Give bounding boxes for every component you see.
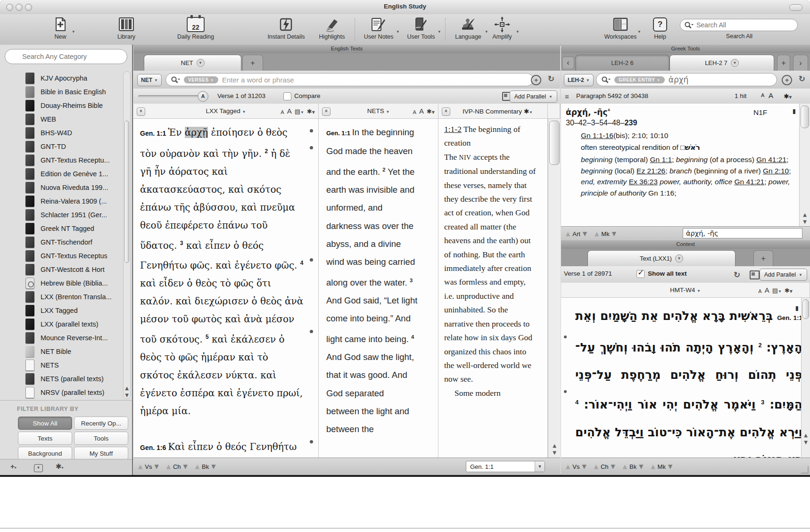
add-search-button[interactable]: + [782, 75, 792, 85]
workspaces-button[interactable]: ▾ Workspaces [598, 16, 643, 40]
nav-next-button[interactable]: ▼ [583, 230, 587, 237]
library-list-item[interactable]: Douay-Rheims Bible [0, 98, 124, 112]
library-list-item[interactable]: GNT-Textus Receptu... [0, 153, 124, 167]
lexicon-article[interactable]: ἀρχή, -ῆς+ N1F ▮ 30–42–3–54–48–239 Gn 1:… [561, 104, 810, 226]
library-list-item[interactable]: GNT-Textus Receptus [0, 249, 124, 262]
greek-entry-search-field[interactable]: GREEK ENTRY▼ ἀρχή [596, 73, 777, 86]
refresh-icon[interactable]: ↻ [799, 74, 805, 83]
nav-previous-button[interactable]: ▲ [594, 463, 598, 470]
verse-search-field[interactable]: VERSES▼ Enter a word or phrase [165, 73, 533, 86]
font-larger-button[interactable]: A [765, 286, 769, 294]
library-list-item[interactable]: Reina-Valera 1909 (... [0, 194, 124, 208]
font-larger-button[interactable]: A [769, 91, 773, 99]
scroll-down-button[interactable]: ▼ [124, 392, 130, 399]
font-smaller-button[interactable]: A [413, 109, 416, 115]
tab-scroll-right-button[interactable]: › [793, 55, 808, 71]
nav-previous-button[interactable]: ▲ [623, 463, 627, 470]
tab-dropdown-icon[interactable]: ▼ [731, 59, 739, 67]
library-list-item[interactable]: GNT-Westcott & Hort [0, 262, 124, 276]
library-list-item[interactable]: WEB [0, 112, 124, 126]
nav-next-button[interactable]: ▼ [154, 463, 158, 470]
filter-button[interactable]: Background [18, 447, 72, 460]
tab-leh2-6[interactable]: LEH-2 6 [575, 55, 669, 71]
nav-previous-button[interactable]: ▲ [166, 463, 171, 470]
search-category-input[interactable] [5, 49, 127, 64]
library-list-item[interactable]: Nuova Riveduta 199... [0, 180, 124, 194]
scroll-up-button[interactable]: ▲ [548, 442, 561, 449]
tab-text-lxx1[interactable]: Text (LXX1) ▼ [587, 250, 736, 266]
add-tab-button[interactable]: + [242, 55, 263, 71]
gear-menu-icon[interactable]: ✱▼ [307, 108, 315, 115]
show-all-text-checkbox[interactable]: ✓ [636, 270, 645, 278]
filter-button[interactable]: Show All [18, 417, 72, 430]
nav-next-button[interactable]: ▼ [668, 463, 672, 470]
scroll-down-button[interactable]: ▼ [802, 439, 810, 446]
gear-menu-icon[interactable]: ✱▼ [427, 108, 435, 115]
nav-next-button[interactable]: ▼ [612, 230, 616, 237]
add-search-button[interactable]: + [531, 75, 541, 85]
tab-leh2-7[interactable]: LEH-2 7 ▼ [669, 55, 774, 71]
library-list-item[interactable]: Edition de Genève 1... [0, 167, 124, 180]
nav-next-button[interactable]: ▼ [639, 463, 643, 470]
add-tab-button[interactable]: + [777, 55, 790, 71]
library-list-item[interactable]: LXX Tagged [0, 303, 124, 317]
library-list-item[interactable]: NETS (parallel texts) [0, 372, 124, 385]
ivp-column-title[interactable]: IVP-NB Commentary ✱▼ [448, 107, 547, 115]
compare-checkbox[interactable] [283, 92, 291, 100]
lxx-text-column[interactable]: Gen. 1:1 Ἐν ἀρχῇ ἐποίησεν ὁ θεὸς τὸν οὐρ… [133, 119, 319, 458]
new-button[interactable]: ▾ New [45, 16, 75, 40]
english-texts-scrollbar[interactable]: ▲ ▼ [548, 119, 561, 458]
nav-previous-button[interactable]: ▲ [566, 463, 570, 470]
user-tools-button[interactable]: ▾ User Tools [402, 16, 440, 40]
scroll-down-button[interactable]: ▼ [800, 218, 810, 225]
scroll-up-button[interactable]: ▲ [124, 385, 130, 392]
library-list-item[interactable]: Schlacter 1951 (Ger... [0, 208, 124, 221]
add-parallel-button[interactable]: Add Parallel▼ [510, 90, 557, 103]
gear-menu-icon[interactable]: ✱▼ [785, 287, 793, 294]
display-options-icon[interactable]: ▤▼ [772, 287, 782, 294]
search-scope-pill[interactable]: VERSES▼ [184, 76, 218, 83]
tab-dropdown-icon[interactable]: ▼ [197, 59, 205, 67]
hebrew-text-area[interactable]: Gen. 1:1 בְּרֵאשִׁית בָּרָא אֱלֹהִים אֵת… [561, 298, 810, 458]
nav-next-button[interactable]: ▼ [183, 463, 188, 470]
add-item-button[interactable]: +▾ [10, 462, 17, 470]
action-menu-button[interactable]: ▼ [34, 462, 43, 472]
help-button[interactable]: ? Help [649, 16, 671, 40]
filter-button[interactable]: My Stuff [74, 447, 128, 460]
library-list-item[interactable]: LXX (Brenton Transla... [0, 290, 124, 303]
nav-next-button[interactable]: ▼ [611, 463, 615, 470]
add-parallel-button[interactable]: Add Parallel▼ [760, 269, 807, 281]
nav-previous-button[interactable]: ▲ [595, 230, 599, 237]
library-list-item[interactable]: NETS [0, 358, 124, 372]
scroll-down-button[interactable]: ▼ [548, 449, 561, 456]
nav-previous-button[interactable]: ▲ [195, 463, 199, 470]
font-smaller-button[interactable]: A [281, 109, 284, 115]
filter-button[interactable]: Recently Op... [74, 417, 128, 430]
sidebar-scrollbar[interactable]: ▲ ▼ [123, 71, 131, 399]
tab-net[interactable]: NET ▼ [144, 55, 241, 71]
scroll-up-button[interactable]: ▲ [800, 211, 810, 218]
context-scrollbar[interactable]: ▲ ▼ [801, 298, 810, 458]
library-list-item[interactable]: LXX (parallel texts) [0, 317, 124, 331]
bookmark-icon[interactable]: ▮ [793, 107, 796, 115]
tab-dropdown-icon[interactable]: ▼ [675, 254, 683, 262]
library-list-item[interactable]: BHS-W4D [0, 126, 124, 139]
scroll-up-button[interactable]: ▲ [802, 432, 810, 439]
amplify-button[interactable]: ▾ Amplify [486, 16, 519, 40]
lexicon-scrollbar[interactable]: ▲ ▼ [799, 104, 810, 226]
nav-previous-button[interactable]: ▲ [138, 463, 142, 470]
library-list-item[interactable]: Mounce Reverse-Int... [0, 331, 124, 344]
library-list-item[interactable]: GNT-Tischendorf [0, 235, 124, 249]
add-tab-button[interactable]: + [753, 250, 773, 266]
user-notes-button[interactable]: ▾ User Notes [358, 16, 399, 40]
tab-scroll-left-button[interactable]: ‹ [562, 57, 574, 68]
font-larger-button[interactable]: A [287, 107, 292, 115]
daily-reading-button[interactable]: 22 Daily Reading [170, 16, 222, 40]
search-all-input[interactable] [680, 19, 798, 31]
context-slider[interactable]: A [138, 95, 203, 98]
gear-menu-button[interactable]: ✱▾ [56, 462, 64, 471]
library-list-item[interactable]: NET Bible [0, 344, 124, 358]
instant-details-button[interactable]: Instant Details [260, 16, 312, 40]
font-larger-button[interactable]: A [419, 107, 424, 115]
font-smaller-button[interactable]: A [758, 288, 761, 294]
